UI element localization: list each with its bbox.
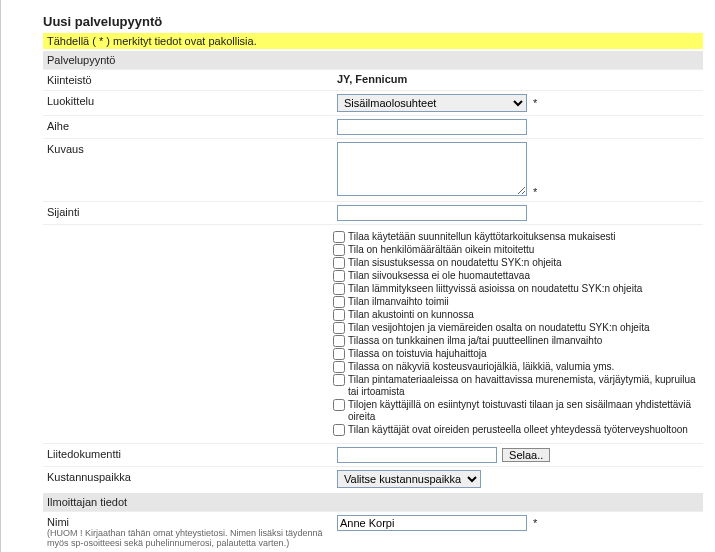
checklist-checkbox[interactable] — [333, 322, 345, 334]
checklist-checkbox[interactable] — [333, 244, 345, 256]
checklist-item: Tilaa käytetään suunnitellun käyttötarko… — [333, 231, 703, 244]
checklist-label: Tilojen käyttäjillä on esiintynyt toistu… — [348, 399, 703, 423]
checklist-checkbox[interactable] — [333, 283, 345, 295]
section-ilmoittaja: Ilmoittajan tiedot — [43, 493, 703, 511]
liite-path-input[interactable] — [337, 447, 497, 463]
checklist-checkbox[interactable] — [333, 424, 345, 436]
required-star: * — [533, 97, 537, 109]
row-checklist: Tilaa käytetään suunnitellun käyttötarko… — [43, 224, 703, 443]
checklist-item: Tilan siivouksessa ei ole huomautettavaa — [333, 270, 703, 283]
checklist-label: Tilan käyttäjät ovat oireiden perusteell… — [348, 424, 688, 436]
required-star: * — [533, 517, 537, 529]
checklist-item: Tilassa on näkyviä kosteusvauriojälkiä, … — [333, 361, 703, 374]
required-hint: Tähdellä ( * ) merkityt tiedot ovat pako… — [43, 33, 703, 49]
checklist-label: Tilan lämmitykseen liittyvissä asioissa … — [348, 283, 642, 295]
label-luokittelu: Luokittelu — [43, 93, 333, 109]
label-kustannus: Kustannuspaikka — [43, 469, 333, 485]
checklist-label: Tilan pintamateriaaleissa on havaittavis… — [348, 374, 703, 398]
checklist-label: Tilan vesijohtojen ja viemäreiden osalta… — [348, 322, 650, 334]
checklist-item: Tilojen käyttäjillä on esiintynyt toistu… — [333, 399, 703, 424]
nimi-input[interactable] — [337, 515, 527, 531]
checklist-label: Tilaa käytetään suunnitellun käyttötarko… — [348, 231, 616, 243]
checklist-checkbox[interactable] — [333, 348, 345, 360]
checklist-item: Tilassa on toistuvia hajuhaittoja — [333, 348, 703, 361]
kuvaus-textarea[interactable] — [337, 142, 527, 196]
row-aihe: Aihe — [43, 115, 703, 138]
label-kiinteisto: Kiinteistö — [43, 72, 333, 88]
checklist-label: Tilassa on toistuvia hajuhaittoja — [348, 348, 487, 360]
label-nimi: Nimi — [47, 516, 69, 528]
checklist-item: Tilan akustointi on kunnossa — [333, 309, 703, 322]
checklist-label: Tila on henkilömäärältään oikein mitoite… — [348, 244, 534, 256]
section-request: Palvelupyyntö — [43, 51, 703, 69]
checklist-checkbox[interactable] — [333, 335, 345, 347]
row-kustannus: Kustannuspaikka Valitse kustannuspaikka — [43, 466, 703, 491]
checklist-item: Tila on henkilömäärältään oikein mitoite… — [333, 244, 703, 257]
checklist-label: Tilan akustointi on kunnossa — [348, 309, 474, 321]
checklist-label: Tilan sisustuksessa on noudatettu SYK:n … — [348, 257, 562, 269]
checklist-checkbox[interactable] — [333, 361, 345, 373]
label-sijainti: Sijainti — [43, 204, 333, 220]
label-checklist — [43, 227, 333, 231]
page-title: Uusi palvelupyyntö — [43, 14, 703, 29]
label-aihe: Aihe — [43, 118, 333, 134]
checklist-item: Tilan sisustuksessa on noudatettu SYK:n … — [333, 257, 703, 270]
checklist-checkbox[interactable] — [333, 309, 345, 321]
row-liite: Liitedokumentti Selaa.. — [43, 443, 703, 466]
row-sijainti: Sijainti — [43, 201, 703, 224]
checklist-checkbox[interactable] — [333, 257, 345, 269]
checklist-item: Tilan ilmanvaihto toimii — [333, 296, 703, 309]
checklist-label: Tilan ilmanvaihto toimii — [348, 296, 449, 308]
luokittelu-select[interactable]: Sisäilmaolosuhteet — [337, 94, 527, 112]
row-luokittelu: Luokittelu Sisäilmaolosuhteet * — [43, 90, 703, 115]
kustannus-select[interactable]: Valitse kustannuspaikka — [337, 470, 481, 488]
checklist-checkbox[interactable] — [333, 296, 345, 308]
checklist-label: Tilan siivouksessa ei ole huomautettavaa — [348, 270, 530, 282]
checklist-checkbox[interactable] — [333, 270, 345, 282]
row-kuvaus: Kuvaus * — [43, 138, 703, 201]
aihe-input[interactable] — [337, 119, 527, 135]
checklist-item: Tilan lämmitykseen liittyvissä asioissa … — [333, 283, 703, 296]
checklist-checkbox[interactable] — [333, 231, 345, 243]
checklist-item: Tilan vesijohtojen ja viemäreiden osalta… — [333, 322, 703, 335]
browse-button[interactable]: Selaa.. — [502, 448, 550, 462]
label-liite: Liitedokumentti — [43, 446, 333, 462]
checklist-label: Tilassa on näkyviä kosteusvauriojälkiä, … — [348, 361, 614, 373]
checklist-item: Tilan pintamateriaaleissa on havaittavis… — [333, 374, 703, 399]
checklist-label: Tilassa on tunkkainen ilma ja/tai puutte… — [348, 335, 602, 347]
required-star: * — [533, 186, 537, 198]
label-kuvaus: Kuvaus — [43, 141, 333, 157]
checklist-item: Tilassa on tunkkainen ilma ja/tai puutte… — [333, 335, 703, 348]
checklist-checkbox[interactable] — [333, 374, 345, 386]
checklist-checkbox[interactable] — [333, 399, 345, 411]
row-nimi: Nimi (HUOM ! Kirjaathan tähän omat yhtey… — [43, 511, 703, 552]
sijainti-input[interactable] — [337, 205, 527, 221]
label-nimi-sub: (HUOM ! Kirjaathan tähän omat yhteystiet… — [47, 529, 329, 549]
row-kiinteisto: Kiinteistö JY, Fennicum — [43, 69, 703, 90]
checklist-item: Tilan käyttäjät ovat oireiden perusteell… — [333, 424, 703, 437]
value-kiinteisto: JY, Fennicum — [337, 73, 407, 85]
